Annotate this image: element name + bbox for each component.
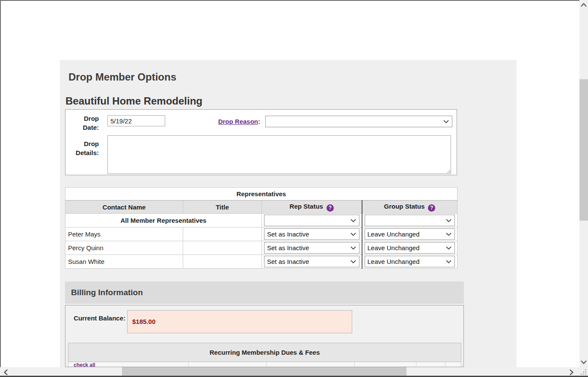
group-status-cell: Leave Unchanged (362, 241, 457, 255)
drop-reason-select-control[interactable] (266, 116, 452, 127)
contact-name: Peter Mays (65, 227, 183, 241)
col-header-group-status: Group Status? (362, 200, 457, 214)
contact-name: Percy Quinn (65, 241, 183, 255)
group-status-help-icon[interactable]: ? (428, 204, 435, 212)
current-balance-label: Current Balance: (70, 314, 125, 323)
drop-reason-label-wrap: Drop Reason: (164, 118, 260, 125)
all-group-status-select[interactable] (365, 215, 455, 226)
scroll-right-icon[interactable] (570, 369, 573, 375)
rep-status-cell: Set as Inactive (262, 227, 362, 241)
table-row: Peter Mays Set as Inactive Leave Unchang… (65, 227, 457, 241)
rep-status-cell: Set as Inactive (262, 255, 362, 269)
drop-date-label: Drop Date: (70, 114, 99, 132)
representatives-header-row: Contact Name Title Rep Status? Group Sta… (65, 200, 457, 214)
drop-details-label: Drop Details: (70, 139, 99, 157)
drop-options-box: Drop Date: Drop Reason: Drop Details: (65, 109, 457, 175)
column-divider (354, 362, 355, 367)
rep-status-select[interactable]: Set as Inactive (264, 228, 359, 240)
member-name: Beautiful Home Remodeling (65, 95, 202, 107)
content-panel: Drop Member Options Beautiful Home Remod… (60, 60, 517, 367)
billing-information-box: Current Balance: $185.00 Recurring Membe… (65, 305, 464, 367)
drop-date-field[interactable] (107, 115, 165, 126)
column-divider (445, 362, 445, 367)
representatives-table: Representatives Contact Name Title Rep S… (65, 187, 457, 269)
resize-grip[interactable] (579, 367, 588, 376)
all-rep-status-cell (262, 214, 362, 227)
drop-reason-select[interactable] (265, 116, 452, 127)
horizontal-scrollbar-thumb[interactable] (122, 367, 407, 376)
vertical-scrollbar[interactable] (579, 0, 588, 367)
col-header-rep-status: Rep Status? (262, 200, 362, 214)
page-title: Drop Member Options (68, 71, 176, 83)
all-rep-status-select[interactable] (264, 215, 359, 226)
drop-reason-link[interactable]: Drop Reason (218, 118, 258, 125)
scroll-up-icon[interactable] (581, 3, 587, 7)
table-row: Susan White Set as Inactive Leave Unchan… (65, 255, 457, 269)
group-status-cell: Leave Unchanged (362, 227, 457, 241)
all-representatives-label: All Member Representatives (65, 214, 262, 227)
window-left-border (0, 0, 1, 367)
drop-reason-colon: : (258, 118, 260, 125)
contact-title (183, 255, 262, 269)
drop-details-textarea[interactable] (107, 135, 451, 174)
rep-status-select[interactable]: Set as Inactive (264, 256, 359, 267)
rep-status-cell: Set as Inactive (262, 241, 362, 255)
recurring-dues-partial-row: check all (68, 362, 461, 367)
column-divider (416, 362, 416, 367)
table-row: Percy Quinn Set as Inactive Leave Unchan… (65, 241, 457, 255)
check-all-link[interactable]: check all (74, 362, 95, 367)
contact-name: Susan White (65, 255, 183, 269)
group-status-select[interactable]: Leave Unchanged (365, 228, 455, 240)
col-header-title: Title (183, 200, 262, 214)
group-status-select[interactable]: Leave Unchanged (365, 242, 455, 254)
all-group-status-cell (362, 214, 457, 227)
column-divider (266, 362, 267, 367)
window-top-border (0, 0, 579, 1)
horizontal-scrollbar[interactable] (0, 367, 579, 376)
recurring-dues-header: Recurring Membership Dues & Fees (68, 343, 461, 362)
scroll-down-icon[interactable] (581, 360, 587, 364)
group-status-cell: Leave Unchanged (362, 255, 457, 269)
current-balance-box: $185.00 (127, 310, 352, 333)
col-header-contact-name: Contact Name (65, 200, 183, 214)
representatives-caption: Representatives (65, 188, 457, 200)
contact-title (183, 241, 262, 255)
all-representatives-row: All Member Representatives (65, 214, 457, 227)
rep-status-help-icon[interactable]: ? (327, 204, 334, 212)
group-status-select[interactable]: Leave Unchanged (365, 256, 455, 267)
contact-title (183, 227, 262, 241)
billing-information-header: Billing Information (65, 281, 464, 304)
current-balance-value: $185.00 (132, 318, 155, 325)
rep-status-select[interactable]: Set as Inactive (264, 242, 359, 254)
vertical-scrollbar-thumb[interactable] (579, 79, 588, 221)
scroll-left-icon[interactable] (4, 369, 8, 375)
representatives-caption-row: Representatives (65, 188, 457, 200)
column-divider (188, 362, 189, 367)
